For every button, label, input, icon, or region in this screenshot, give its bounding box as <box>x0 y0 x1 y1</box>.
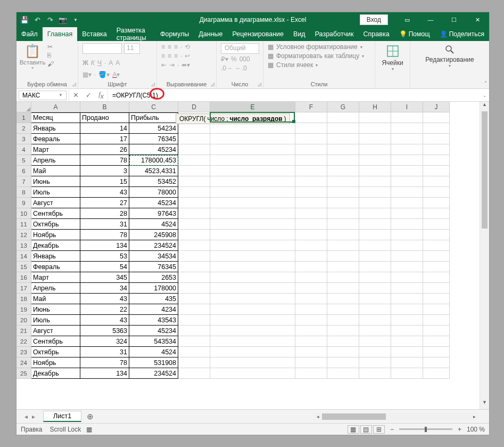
add-sheet-button[interactable]: ⊕ <box>84 410 96 423</box>
cell[interactable]: 34 <box>80 283 129 294</box>
cell[interactable] <box>423 251 450 262</box>
cell[interactable] <box>178 198 210 208</box>
cell[interactable] <box>295 304 327 315</box>
cell[interactable] <box>327 208 359 219</box>
row-header-9[interactable]: 9 <box>16 198 31 208</box>
cell[interactable]: Май <box>31 166 80 176</box>
cell[interactable] <box>295 272 327 283</box>
align-mid-icon[interactable]: ≡ <box>168 43 171 51</box>
cell[interactable] <box>359 112 391 123</box>
cell[interactable] <box>210 294 295 304</box>
sheet-nav[interactable]: ◂▸ <box>16 413 43 420</box>
cell[interactable] <box>178 336 210 347</box>
cell[interactable] <box>178 208 210 219</box>
cell[interactable] <box>178 251 210 262</box>
cell[interactable] <box>210 368 295 379</box>
cell-styles[interactable]: ▦Стили ячеек▾ <box>268 61 364 69</box>
row-header-4[interactable]: 4 <box>16 144 31 155</box>
cell[interactable] <box>391 283 423 294</box>
tab-data[interactable]: Данные <box>194 27 227 41</box>
tab-file[interactable]: Файл <box>16 27 43 41</box>
cells-button[interactable]: Ячейки ▾ <box>378 43 406 72</box>
merge-icon[interactable]: ⬌▾ <box>181 61 190 69</box>
cell[interactable]: Октябрь <box>31 347 80 357</box>
cell[interactable] <box>423 368 450 379</box>
row-header-25[interactable]: 25 <box>16 368 31 379</box>
cell[interactable] <box>359 166 391 176</box>
cell[interactable] <box>391 336 423 347</box>
cell[interactable]: Месяц <box>31 112 80 123</box>
cell[interactable]: 76345 <box>129 262 178 272</box>
row-header-6[interactable]: 6 <box>16 166 31 176</box>
scroll-left-icon[interactable]: ◂ <box>313 412 322 421</box>
cell[interactable]: 28 <box>80 208 129 219</box>
cell[interactable]: Ноябрь <box>31 357 80 368</box>
cell[interactable] <box>327 272 359 283</box>
cell[interactable] <box>178 357 210 368</box>
insert-function-button[interactable]: fx <box>95 90 108 100</box>
cell[interactable]: 45234 <box>129 198 178 208</box>
scroll-down-icon[interactable]: ▼ <box>480 400 489 409</box>
cell[interactable] <box>423 166 450 176</box>
cell[interactable] <box>359 357 391 368</box>
cell[interactable] <box>359 315 391 326</box>
cell[interactable] <box>210 304 295 315</box>
cell[interactable] <box>423 198 450 208</box>
cell[interactable] <box>423 283 450 294</box>
cell[interactable]: Январь <box>31 123 80 134</box>
cell[interactable] <box>178 123 210 134</box>
cell[interactable] <box>178 368 210 379</box>
close-button[interactable]: ✕ <box>466 12 489 27</box>
ribbon-display-icon[interactable]: ▭ <box>395 12 419 27</box>
cell[interactable] <box>295 315 327 326</box>
cell[interactable] <box>391 123 423 134</box>
cell[interactable]: Июнь <box>31 176 80 187</box>
cell[interactable]: 134 <box>80 240 129 251</box>
cell[interactable] <box>359 326 391 336</box>
cell[interactable]: Ноябрь <box>31 230 80 240</box>
cell[interactable]: 54234 <box>129 123 178 134</box>
wrap-text-icon[interactable]: ↩ <box>185 52 190 60</box>
tab-developer[interactable]: Разработчик <box>310 27 359 41</box>
cell[interactable] <box>391 230 423 240</box>
cell[interactable] <box>295 166 327 176</box>
horizontal-scrollbar[interactable]: ◂ ▸ <box>313 412 478 421</box>
cell[interactable] <box>210 219 295 230</box>
cell[interactable] <box>178 272 210 283</box>
column-header-F[interactable]: F <box>295 102 327 112</box>
row-header-18[interactable]: 18 <box>16 294 31 304</box>
cell[interactable] <box>359 155 391 166</box>
cell[interactable] <box>423 347 450 357</box>
column-header-D[interactable]: D <box>178 102 210 112</box>
cell[interactable] <box>210 347 295 357</box>
scroll-right-icon[interactable]: ▸ <box>470 412 478 421</box>
cell[interactable] <box>210 272 295 283</box>
cell[interactable] <box>178 230 210 240</box>
cell[interactable] <box>391 134 423 144</box>
qat-dropdown-icon[interactable]: ▼ <box>71 15 80 25</box>
function-tooltip[interactable]: ОКРУГЛ(число; число_разрядов) <box>176 113 290 124</box>
cell[interactable] <box>359 294 391 304</box>
cell[interactable]: 43 <box>80 315 129 326</box>
cell[interactable] <box>423 134 450 144</box>
cell[interactable] <box>423 262 450 272</box>
cell[interactable] <box>295 176 327 187</box>
row-header-23[interactable]: 23 <box>16 347 31 357</box>
cell[interactable] <box>295 262 327 272</box>
tab-help[interactable]: Справка <box>359 27 394 41</box>
cell[interactable] <box>210 134 295 144</box>
cell[interactable] <box>423 304 450 315</box>
cell[interactable] <box>359 230 391 240</box>
cell[interactable]: 78 <box>80 230 129 240</box>
collapse-ribbon-icon[interactable]: ˄ <box>484 80 487 86</box>
zoom-slider[interactable] <box>399 428 452 430</box>
cell[interactable] <box>210 166 295 176</box>
cell[interactable] <box>423 294 450 304</box>
row-header-7[interactable]: 7 <box>16 176 31 187</box>
font-shrink-icon[interactable]: A <box>115 59 120 67</box>
tab-home[interactable]: Главная <box>43 27 78 41</box>
font-color-icon[interactable]: A▾ <box>112 71 120 78</box>
cell[interactable] <box>295 112 327 123</box>
cell[interactable] <box>327 230 359 240</box>
cell[interactable] <box>295 240 327 251</box>
